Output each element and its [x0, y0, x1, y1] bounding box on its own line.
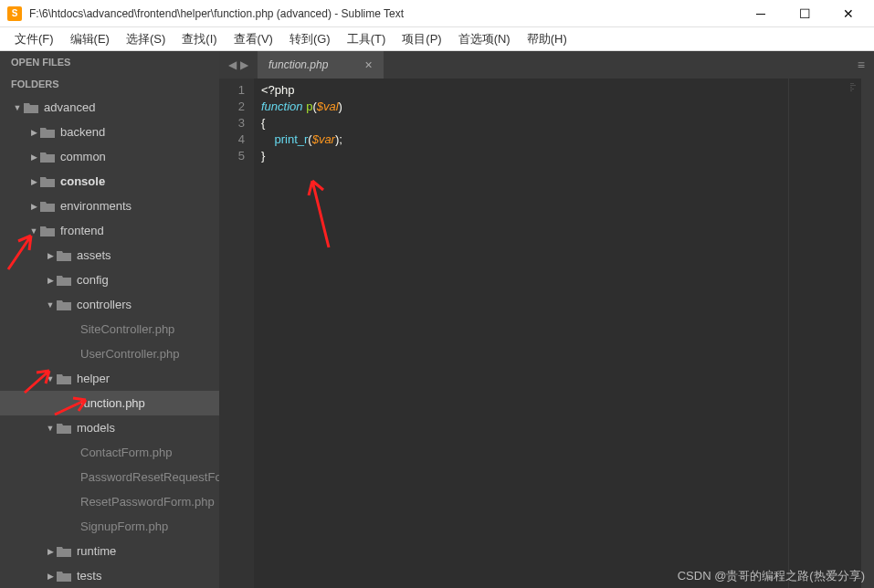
folder-icon [57, 571, 71, 582]
menu-view[interactable]: 查看(V) [226, 29, 280, 49]
tree-label: environments [60, 199, 132, 213]
tree-folder-console[interactable]: ▶ console [0, 169, 219, 194]
tree-folder-helper[interactable]: ▼ helper [0, 366, 219, 391]
watermark-text: CSDN @贵哥的编程之路(热爱分享) [678, 568, 865, 584]
tree-folder-assets[interactable]: ▶ assets [0, 243, 219, 268]
menu-find[interactable]: 查找(I) [174, 29, 224, 49]
tab-function-php[interactable]: function.php × [258, 51, 384, 79]
tree-file-sitecontroller[interactable]: SiteController.php [0, 317, 219, 341]
code-token: $val [317, 100, 339, 113]
folder-icon [57, 546, 71, 557]
code-editor[interactable]: 1 2 3 4 5 <?php function p($val) { print… [219, 79, 874, 588]
tree-label: console [60, 174, 105, 188]
chevron-right-icon: ▶ [27, 152, 40, 162]
tree-file-function-php[interactable]: function.php [0, 391, 219, 415]
nav-forward-icon[interactable]: ▶ [240, 58, 248, 71]
open-files-header: OPEN FILES [0, 51, 219, 73]
tree-folder-tests[interactable]: ▶ tests [0, 563, 219, 588]
tree-label: SiteController.php [80, 322, 174, 336]
chevron-down-icon: ▼ [11, 103, 24, 112]
folders-header: FOLDERS [0, 73, 219, 95]
folder-icon [57, 299, 71, 310]
tree-folder-controllers[interactable]: ▼ controllers [0, 292, 219, 317]
tree-folder-frontend[interactable]: ▼ frontend [0, 218, 219, 243]
code-token: print_r [274, 132, 308, 146]
tree-file-contactform[interactable]: ContactForm.php [0, 440, 219, 465]
tree-label: controllers [77, 298, 132, 311]
folder-icon [40, 152, 55, 163]
menu-project[interactable]: 项目(P) [395, 29, 448, 49]
code-token: function [261, 100, 303, 113]
code-content[interactable]: <?php function p($val) { print_r($var); … [254, 79, 788, 588]
tree-label: common [60, 150, 106, 163]
tree-label: helper [77, 372, 110, 385]
tree-label: runtime [77, 544, 116, 558]
menu-select[interactable]: 选择(S) [119, 29, 173, 49]
tree-label: frontend [60, 224, 104, 237]
menu-help[interactable]: 帮助(H) [520, 29, 574, 49]
menu-file[interactable]: 文件(F) [7, 29, 61, 49]
folder-icon [57, 373, 71, 384]
line-number: 5 [223, 148, 245, 164]
code-token: } [261, 149, 265, 163]
folder-icon [40, 201, 55, 212]
menu-preferences[interactable]: 首选项(N) [451, 29, 518, 49]
menu-edit[interactable]: 编辑(E) [63, 29, 117, 49]
vertical-scrollbar[interactable] [861, 79, 874, 588]
chevron-right-icon: ▶ [44, 251, 57, 260]
close-icon[interactable]: × [364, 58, 372, 72]
minimize-button[interactable]: ─ [750, 3, 772, 25]
line-number: 1 [223, 82, 245, 99]
chevron-down-icon: ▼ [44, 374, 57, 383]
tree-file-passwordresetrequest[interactable]: PasswordResetRequestForm.php [0, 465, 219, 489]
line-number: 4 [223, 131, 245, 148]
menu-bar: 文件(F) 编辑(E) 选择(S) 查找(I) 查看(V) 转到(G) 工具(T… [0, 27, 874, 51]
tab-bar: ◀ ▶ function.php × ≡ [219, 51, 874, 79]
folder-icon [57, 275, 71, 286]
chevron-down-icon: ▼ [44, 300, 57, 310]
tree-label: ContactForm.php [80, 446, 172, 459]
chevron-right-icon: ▶ [27, 202, 40, 211]
tree-label: SignupForm.php [80, 520, 168, 533]
menu-tools[interactable]: 工具(T) [340, 29, 394, 49]
line-number: 3 [223, 115, 245, 131]
tree-folder-backend[interactable]: ▶ backend [0, 120, 219, 144]
folder-icon [40, 226, 55, 236]
editor-area: ◀ ▶ function.php × ≡ 1 2 3 4 5 <?php fun… [219, 51, 874, 588]
chevron-right-icon: ▶ [44, 547, 57, 556]
window-controls: ─ ☐ ✕ [750, 3, 867, 25]
tree-label: models [77, 421, 115, 435]
code-token: { [261, 116, 265, 130]
tree-folder-runtime[interactable]: ▶ runtime [0, 539, 219, 563]
tree-label: function.php [80, 396, 145, 410]
app-icon: S [7, 6, 22, 21]
window-titlebar: S F:\6\htdocs\advanced\frontend\helper\f… [0, 0, 874, 27]
chevron-right-icon: ▶ [27, 177, 40, 186]
tree-label: advanced [44, 100, 95, 114]
nav-back-icon[interactable]: ◀ [228, 58, 237, 71]
close-button[interactable]: ✕ [837, 3, 859, 25]
tree-folder-common[interactable]: ▶ common [0, 144, 219, 169]
tree-file-signupform[interactable]: SignupForm.php [0, 514, 219, 539]
tree-label: config [77, 273, 109, 287]
hamburger-icon[interactable]: ≡ [858, 58, 865, 72]
tree-folder-config[interactable]: ▶ config [0, 268, 219, 292]
menu-goto[interactable]: 转到(G) [282, 29, 338, 49]
tree-folder-environments[interactable]: ▶ environments [0, 194, 219, 218]
tab-label: function.php [269, 58, 328, 71]
app-body: OPEN FILES FOLDERS ▼ advanced ▶ backend … [0, 51, 874, 588]
chevron-down-icon: ▼ [44, 424, 57, 433]
line-gutter: 1 2 3 4 5 [219, 79, 254, 588]
folder-icon [57, 423, 71, 434]
tree-label: UserController.php [80, 347, 179, 361]
maximize-button[interactable]: ☐ [794, 3, 816, 25]
tree-file-resetpasswordform[interactable]: ResetPasswordForm.php [0, 489, 219, 514]
folder-tree: ▼ advanced ▶ backend ▶ common ▶ console [0, 95, 219, 588]
tree-label: ResetPasswordForm.php [80, 495, 215, 509]
folder-icon [40, 127, 55, 138]
tree-folder-models[interactable]: ▼ models [0, 415, 219, 440]
chevron-right-icon: ▶ [27, 128, 40, 137]
minimap[interactable]: ▬▬▬▬▬▬▬▬▬ [788, 79, 861, 588]
tree-file-usercontroller[interactable]: UserController.php [0, 341, 219, 366]
tree-folder-advanced[interactable]: ▼ advanced [0, 95, 219, 120]
